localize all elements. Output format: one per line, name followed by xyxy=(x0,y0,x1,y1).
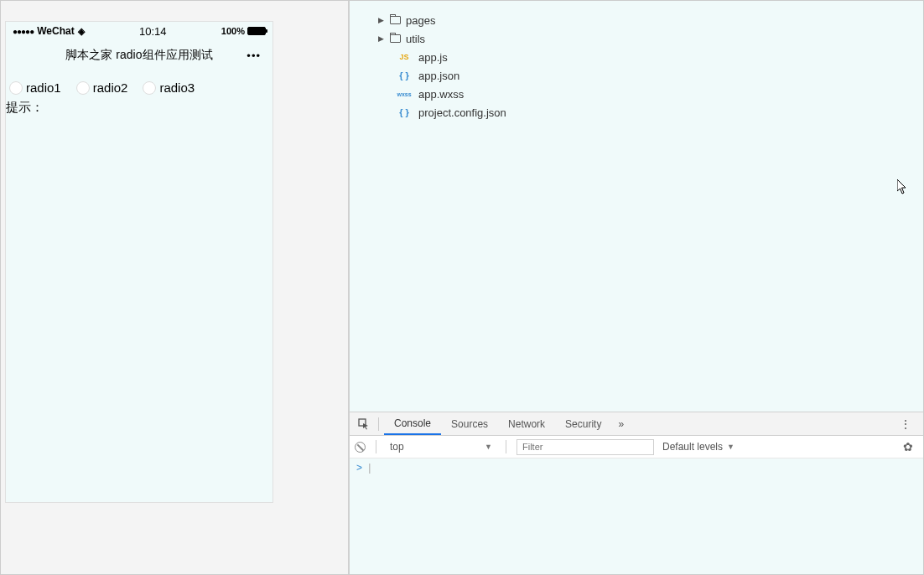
file-label: app.json xyxy=(418,70,459,82)
battery-pct-label: 100% xyxy=(221,26,245,36)
tab-network[interactable]: Network xyxy=(498,412,555,435)
separator xyxy=(506,440,506,453)
arrow-right-icon: ▶ xyxy=(378,16,385,24)
levels-label: Default levels xyxy=(662,441,723,453)
folder-label: utils xyxy=(406,33,425,45)
tab-label: Network xyxy=(508,418,545,430)
folder-label: pages xyxy=(406,14,435,27)
radio-label: radio2 xyxy=(93,80,128,95)
context-value: top xyxy=(390,441,404,453)
tab-label: Sources xyxy=(451,418,488,430)
status-bar: ●●●●● WeChat ◈ 10:14 100% xyxy=(6,22,273,40)
clear-console-button[interactable] xyxy=(355,442,366,453)
arrow-right-icon: ▶ xyxy=(378,34,385,43)
radio-item-3[interactable]: radio3 xyxy=(143,80,195,95)
file-tree: ▶ pages ▶ utils JS app.js { } app.json w… xyxy=(350,1,923,413)
tree-folder-utils[interactable]: ▶ utils xyxy=(378,29,923,48)
tree-file-projectconfig[interactable]: { } project.config.json xyxy=(378,103,923,122)
clock-label: 10:14 xyxy=(139,25,167,38)
tab-label: Security xyxy=(565,418,601,430)
tree-file-appjs[interactable]: JS app.js xyxy=(378,48,923,66)
log-levels-dropdown[interactable]: Default levels ▼ xyxy=(659,441,735,453)
page-title: 脚本之家 radio组件应用测试 xyxy=(65,48,212,63)
console-settings-button[interactable]: ✿ xyxy=(903,440,918,453)
devtools-tabs: Console Sources Network Security » ⋮ xyxy=(350,412,923,436)
radio-label: radio1 xyxy=(26,80,61,95)
caret-down-icon: ▼ xyxy=(485,443,492,451)
json-file-icon: { } xyxy=(395,107,413,117)
tab-console[interactable]: Console xyxy=(384,412,441,435)
wifi-icon: ◈ xyxy=(78,26,85,37)
radio-group: radio1 radio2 radio3 xyxy=(6,77,273,98)
folder-icon xyxy=(390,34,401,43)
file-label: app.wxss xyxy=(418,88,464,101)
js-file-icon: JS xyxy=(395,53,413,61)
console-prompt-icon: > xyxy=(356,462,362,474)
radio-item-2[interactable]: radio2 xyxy=(76,80,128,95)
tree-file-appjson[interactable]: { } app.json xyxy=(378,66,923,85)
wxss-file-icon: wxss xyxy=(395,91,413,97)
folder-icon xyxy=(390,16,401,24)
caret-down-icon: ▼ xyxy=(727,443,735,451)
devtools-panel: Console Sources Network Security » ⋮ top… xyxy=(350,412,923,574)
console-toolbar: top ▼ Default levels ▼ ✿ xyxy=(350,436,923,458)
separator xyxy=(376,440,376,453)
file-label: project.config.json xyxy=(418,106,506,119)
page-content: radio1 radio2 radio3 提示： xyxy=(6,70,273,117)
hint-text: 提示： xyxy=(6,98,273,117)
radio-label: radio3 xyxy=(159,80,195,95)
phone-simulator: ●●●●● WeChat ◈ 10:14 100% 脚本之家 radio组件应用… xyxy=(5,21,273,503)
json-file-icon: { } xyxy=(395,70,413,80)
separator xyxy=(378,417,379,431)
radio-circle-icon[interactable] xyxy=(76,81,90,95)
simulator-panel: ●●●●● WeChat ◈ 10:14 100% 脚本之家 radio组件应用… xyxy=(1,1,348,574)
devtools-menu-button[interactable]: ⋮ xyxy=(900,417,911,431)
console-cursor: | xyxy=(368,462,371,474)
carrier-label: WeChat xyxy=(37,25,74,37)
filter-input[interactable] xyxy=(517,439,654,455)
tree-file-appwxss[interactable]: wxss app.wxss xyxy=(378,85,923,103)
tree-folder-pages[interactable]: ▶ pages xyxy=(378,11,923,29)
signal-dots-icon: ●●●●● xyxy=(13,27,34,36)
tab-security[interactable]: Security xyxy=(555,412,611,435)
console-body[interactable]: > | xyxy=(350,458,923,574)
radio-circle-icon[interactable] xyxy=(143,81,156,95)
radio-item-1[interactable]: radio1 xyxy=(9,80,61,95)
inspect-element-button[interactable] xyxy=(355,418,373,430)
nav-bar: 脚本之家 radio组件应用测试 ••• xyxy=(6,40,273,70)
radio-circle-icon[interactable] xyxy=(9,81,23,95)
editor-panel: ▶ pages ▶ utils JS app.js { } app.json w… xyxy=(348,1,923,574)
file-label: app.js xyxy=(418,51,448,64)
nav-options-button[interactable]: ••• xyxy=(247,49,261,62)
context-dropdown[interactable]: top ▼ xyxy=(387,439,496,454)
battery-icon xyxy=(247,27,266,35)
tab-sources[interactable]: Sources xyxy=(441,412,498,435)
tab-label: Console xyxy=(394,417,431,429)
tabs-overflow-button[interactable]: » xyxy=(611,418,631,430)
